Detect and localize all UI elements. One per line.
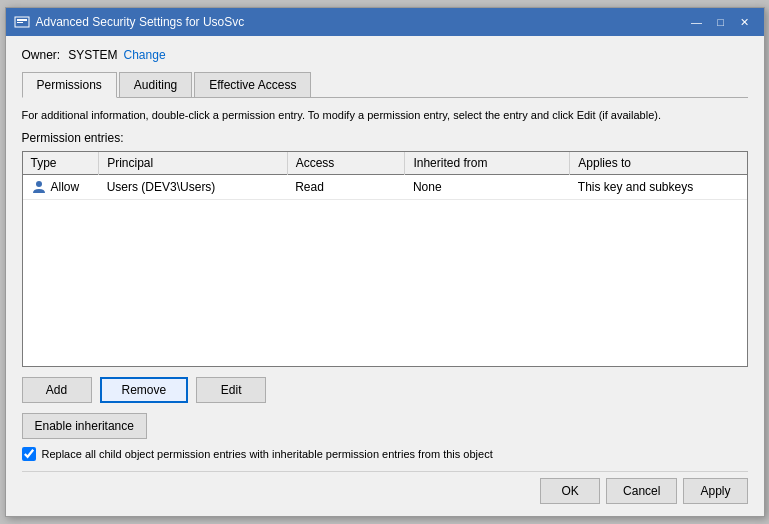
owner-value: SYSTEM [68,48,117,62]
owner-row: Owner: SYSTEM Change [22,48,748,62]
window-icon [14,14,30,30]
permissions-table: Type Principal Access Inherited from App… [23,152,747,200]
cell-type: Allow [23,175,99,200]
tab-effective-access[interactable]: Effective Access [194,72,311,98]
user-icon [31,179,47,195]
col-type: Type [23,152,99,175]
tab-permissions[interactable]: Permissions [22,72,117,98]
add-button[interactable]: Add [22,377,92,403]
info-text: For additional information, double-click… [22,108,748,123]
minimize-button[interactable]: — [686,12,708,32]
replace-permissions-checkbox[interactable] [22,447,36,461]
cell-access: Read [287,175,405,200]
svg-rect-1 [17,19,27,21]
cell-applies: This key and subkeys [570,175,747,200]
cancel-button[interactable]: Cancel [606,478,677,504]
permissions-wrapper: Type Principal Access Inherited from App… [22,151,748,377]
permissions-table-container[interactable]: Type Principal Access Inherited from App… [22,151,748,367]
col-principal: Principal [99,152,287,175]
ok-button[interactable]: OK [540,478,600,504]
dialog-buttons: OK Cancel Apply [22,471,748,504]
table-row[interactable]: Allow Users (DEV3\Users) Read None This … [23,175,747,200]
col-inherited: Inherited from [405,152,570,175]
bottom-buttons: Add Remove Edit [22,377,748,403]
close-button[interactable]: ✕ [734,12,756,32]
window-content: Owner: SYSTEM Change Permissions Auditin… [6,36,764,516]
section-label: Permission entries: [22,131,748,145]
apply-button[interactable]: Apply [683,478,747,504]
enable-inheritance-button[interactable]: Enable inheritance [22,413,147,439]
title-bar: Advanced Security Settings for UsoSvc — … [6,8,764,36]
checkbox-row: Replace all child object permission entr… [22,447,748,461]
tabs-container: Permissions Auditing Effective Access [22,72,748,98]
col-applies: Applies to [570,152,747,175]
owner-label: Owner: [22,48,61,62]
main-window: Advanced Security Settings for UsoSvc — … [5,7,765,517]
window-title: Advanced Security Settings for UsoSvc [36,15,686,29]
maximize-button[interactable]: □ [710,12,732,32]
svg-point-3 [36,181,42,187]
svg-rect-2 [17,22,23,23]
edit-button[interactable]: Edit [196,377,266,403]
remove-button[interactable]: Remove [100,377,189,403]
window-controls: — □ ✕ [686,12,756,32]
tab-auditing[interactable]: Auditing [119,72,192,98]
cell-principal: Users (DEV3\Users) [99,175,287,200]
cell-inherited: None [405,175,570,200]
change-owner-link[interactable]: Change [124,48,166,62]
col-access: Access [287,152,405,175]
table-header-row: Type Principal Access Inherited from App… [23,152,747,175]
checkbox-label: Replace all child object permission entr… [42,448,493,460]
